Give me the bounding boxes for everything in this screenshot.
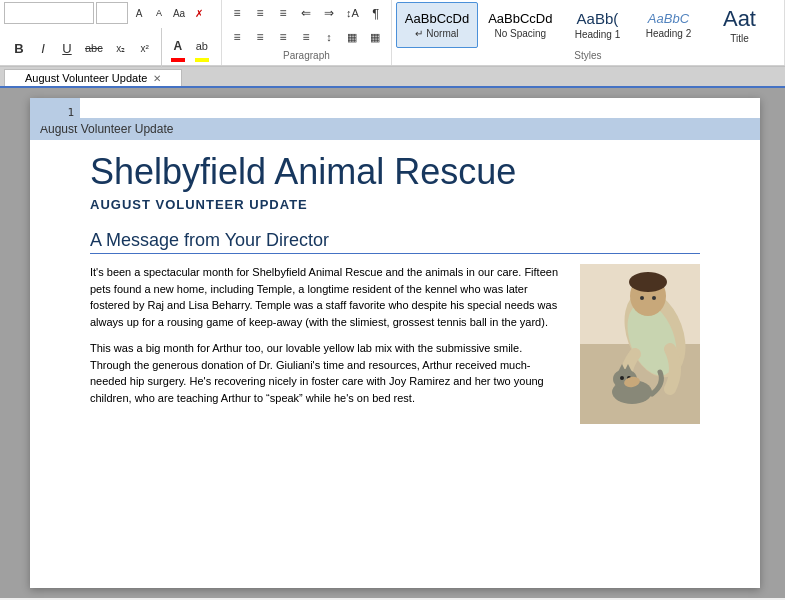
style-h2-preview: AaBbC	[648, 11, 689, 27]
align-group: ≡ ≡ ≡ ≡ ↕ ▦ ▦	[226, 26, 387, 48]
style-h1-preview: AaBb(	[577, 10, 619, 28]
font-name-input[interactable]: Calibri	[4, 2, 94, 24]
strikethrough-btn[interactable]: abc	[80, 37, 108, 59]
document-main-title: Shelbyfield Animal Rescue	[90, 150, 700, 193]
italic-btn[interactable]: I	[32, 37, 54, 59]
style-normal[interactable]: AaBbCcDd ↵ Normal	[396, 2, 478, 48]
document-subtitle: AUGUST VOLUNTEER UPDATE	[90, 197, 700, 212]
document-tab[interactable]: August Volunteer Update ✕	[4, 69, 182, 86]
justify-btn[interactable]: ≡	[295, 26, 317, 48]
font-name-size-row: Calibri 12 A A Aa ✗	[4, 2, 217, 24]
style-nospace-preview: AaBbCcDd	[488, 11, 552, 27]
font-format-row: B I U abc x₂ x² A ab	[4, 26, 217, 70]
subscript-btn[interactable]: x₂	[110, 37, 132, 59]
tab-label: August Volunteer Update	[25, 72, 147, 84]
paragraph-1: It's been a spectacular month for Shelby…	[90, 264, 564, 330]
svg-point-5	[629, 272, 667, 292]
para-section-label: Paragraph	[226, 48, 387, 63]
numbering-btn[interactable]: ≡	[249, 2, 271, 24]
document-area: 1 August Volunteer Update Shelbyfield An…	[0, 88, 785, 598]
clear-format-btn[interactable]: ✗	[190, 4, 208, 22]
volunteer-photo	[580, 264, 700, 424]
font-sep	[161, 28, 162, 68]
align-center-btn[interactable]: ≡	[249, 26, 271, 48]
style-heading2[interactable]: AaBbC Heading 2	[633, 2, 703, 48]
style-h2-label: Heading 2	[646, 28, 692, 39]
image-area[interactable]	[580, 264, 700, 427]
bold-btn[interactable]: B	[8, 37, 30, 59]
font-grow-btn[interactable]: A	[130, 4, 148, 22]
font-size-input[interactable]: 12	[96, 2, 128, 24]
svg-point-6	[640, 296, 644, 300]
styles-content: AaBbCcDd ↵ Normal AaBbCcDd No Spacing Aa…	[396, 2, 780, 48]
page-header-bar: 1 August Volunteer Update	[30, 118, 760, 140]
font-color-indicator	[171, 58, 185, 62]
style-no-spacing[interactable]: AaBbCcDd No Spacing	[479, 2, 561, 48]
shading-btn[interactable]: ▦	[341, 26, 363, 48]
style-normal-label: ↵ Normal	[415, 28, 458, 39]
style-normal-preview: AaBbCcDd	[405, 11, 469, 27]
content-area: It's been a spectacular month for Shelby…	[90, 264, 700, 427]
font-section-content: Calibri 12 A A Aa ✗ B I U abc x₂ x²	[4, 2, 217, 70]
font-color-btn[interactable]: A	[167, 35, 189, 57]
line-number: 1	[67, 106, 74, 119]
svg-point-7	[652, 296, 656, 300]
style-title[interactable]: Aat Title	[704, 2, 774, 48]
paragraph-2: This was a big month for Arthur too, our…	[90, 340, 564, 406]
align-left-btn[interactable]: ≡	[226, 26, 248, 48]
multilevel-list-btn[interactable]: ≡	[272, 2, 294, 24]
para-section-content: ≡ ≡ ≡ ⇐ ⇒ ↕A ¶ ≡ ≡ ≡ ≡ ↕ ▦	[226, 2, 387, 48]
change-case-btn[interactable]: Aa	[170, 4, 188, 22]
highlight-group: ab	[191, 35, 213, 62]
sort-btn[interactable]: ↕A	[341, 2, 364, 24]
style-h1-label: Heading 1	[575, 29, 621, 40]
page: 1 August Volunteer Update Shelbyfield An…	[30, 98, 760, 588]
superscript-btn[interactable]: x²	[134, 37, 156, 59]
section-heading: A Message from Your Director	[90, 230, 700, 254]
svg-point-12	[620, 376, 624, 380]
tab-close-icon[interactable]: ✕	[153, 73, 161, 84]
list-group: ≡ ≡ ≡ ⇐ ⇒ ↕A ¶	[226, 2, 387, 24]
text-content: It's been a spectacular month for Shelby…	[90, 264, 564, 427]
page-title-bar: August Volunteer Update	[30, 118, 760, 140]
paragraph-section: ≡ ≡ ≡ ⇐ ⇒ ↕A ¶ ≡ ≡ ≡ ≡ ↕ ▦	[222, 0, 392, 65]
style-heading1[interactable]: AaBb( Heading 1	[562, 2, 632, 48]
font-color-group: A	[167, 35, 189, 62]
bullets-btn[interactable]: ≡	[226, 2, 248, 24]
document-content: Shelbyfield Animal Rescue AUGUST VOLUNTE…	[90, 150, 700, 427]
increase-indent-btn[interactable]: ⇒	[318, 2, 340, 24]
highlight-btn[interactable]: ab	[191, 35, 213, 57]
borders-btn[interactable]: ▦	[364, 26, 386, 48]
ribbon: Calibri 12 A A Aa ✗ B I U abc x₂ x²	[0, 0, 785, 67]
font-shrink-btn[interactable]: A	[150, 4, 168, 22]
styles-section: AaBbCcDd ↵ Normal AaBbCcDd No Spacing Aa…	[392, 0, 785, 65]
underline-btn[interactable]: U	[56, 37, 78, 59]
style-nospace-label: No Spacing	[494, 28, 546, 39]
font-section: Calibri 12 A A Aa ✗ B I U abc x₂ x²	[0, 0, 222, 65]
style-title-label: Title	[730, 33, 749, 44]
highlight-color-indicator	[195, 58, 209, 62]
document-tab-bar: August Volunteer Update ✕	[0, 67, 785, 88]
style-title-preview: Aat	[723, 6, 756, 32]
styles-section-label: Styles	[396, 48, 780, 63]
decrease-indent-btn[interactable]: ⇐	[295, 2, 317, 24]
line-number-area: 1	[30, 98, 80, 126]
line-spacing-btn[interactable]: ↕	[318, 26, 340, 48]
align-right-btn[interactable]: ≡	[272, 26, 294, 48]
pilcrow-btn[interactable]: ¶	[365, 2, 387, 24]
ribbon-top: Calibri 12 A A Aa ✗ B I U abc x₂ x²	[0, 0, 785, 66]
